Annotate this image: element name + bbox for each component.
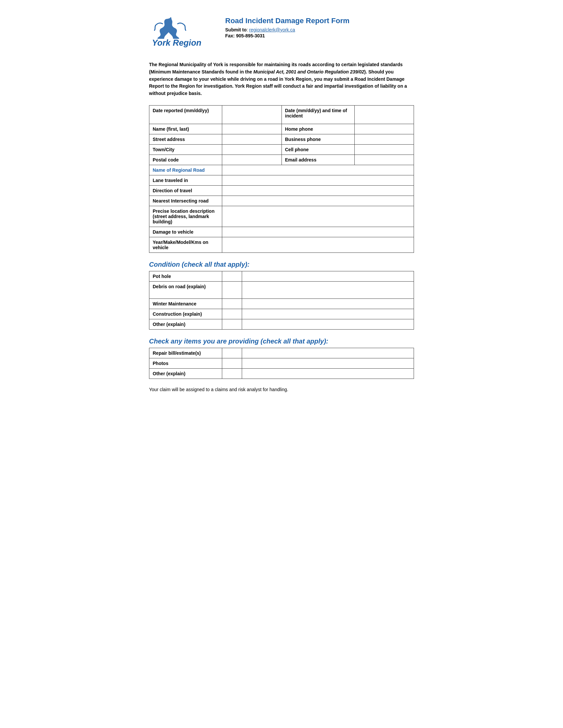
submit-line: Submit to: regionalclerk@york.ca — [225, 27, 414, 32]
header-text: Road Incident Damage Report Form Submit … — [225, 13, 414, 38]
precise-location-row: Precise location description (street add… — [149, 206, 414, 227]
providing-row-photos: Photos — [149, 358, 414, 368]
debris-explain[interactable] — [242, 281, 414, 298]
direction-row: Direction of travel — [149, 185, 414, 196]
lane-traveled-value[interactable] — [222, 175, 414, 185]
providing-other-checkbox[interactable] — [222, 368, 242, 379]
precise-location-label: Precise location description (street add… — [149, 206, 222, 227]
damage-row: Damage to vehicle — [149, 227, 414, 237]
intro-paragraph: The Regional Municipality of York is res… — [149, 61, 414, 97]
pothole-explain[interactable] — [242, 271, 414, 281]
condition-section-title: Condition (check all that apply): — [149, 261, 414, 268]
regional-road-value[interactable] — [222, 165, 414, 175]
svg-text:York Region: York Region — [152, 38, 201, 47]
winter-explain[interactable] — [242, 298, 414, 309]
name-row: Name (first, last) Home phone — [149, 124, 414, 134]
street-address-value[interactable] — [222, 134, 282, 144]
date-reported-label: Date reported (mm/dd/yy) — [149, 105, 222, 124]
cell-phone-label: Cell phone — [282, 144, 354, 155]
email-value[interactable] — [354, 155, 414, 165]
fax-line: Fax: 905-895-3031 — [225, 33, 414, 38]
photos-label: Photos — [149, 358, 222, 368]
nearest-road-value[interactable] — [222, 196, 414, 206]
regional-road-row: Name of Regional Road — [149, 165, 414, 175]
photos-checkbox[interactable] — [222, 358, 242, 368]
vehicle-row: Year/Make/Model/Kms on vehicle — [149, 237, 414, 252]
providing-row-other: Other (explain) — [149, 368, 414, 379]
condition-table: Pot hole Debris on road (explain) Winter… — [149, 271, 414, 330]
condition-row-construction: Construction (explain) — [149, 309, 414, 319]
year-make-label: Year/Make/Model/Kms on vehicle — [149, 237, 222, 252]
page-header: York Region Road Incident Damage Report … — [149, 13, 414, 53]
providing-other-explain[interactable] — [242, 368, 414, 379]
street-address-label: Street address — [149, 134, 222, 144]
precise-location-value[interactable] — [222, 206, 414, 227]
damage-vehicle-label: Damage to vehicle — [149, 227, 222, 237]
construction-explain[interactable] — [242, 309, 414, 319]
providing-section-title: Check any items you are providing (check… — [149, 338, 414, 345]
year-make-value[interactable] — [222, 237, 414, 252]
business-phone-label: Business phone — [282, 134, 354, 144]
street-row: Street address Business phone — [149, 134, 414, 144]
town-row: Town/City Cell phone — [149, 144, 414, 155]
construction-checkbox[interactable] — [222, 309, 242, 319]
date-row: Date reported (mm/dd/yy) Date (mm/dd/yy)… — [149, 105, 414, 124]
postal-row: Postal code Email address — [149, 155, 414, 165]
cell-phone-value[interactable] — [354, 144, 414, 155]
condition-other-explain[interactable] — [242, 319, 414, 329]
name-value[interactable] — [222, 124, 282, 134]
logo-area: York Region — [149, 13, 215, 53]
footer-note: Your claim will be assigned to a claims … — [149, 387, 414, 392]
construction-label: Construction (explain) — [149, 309, 222, 319]
debris-checkbox[interactable] — [222, 281, 242, 298]
home-phone-label: Home phone — [282, 124, 354, 134]
condition-row-winter: Winter Maintenance — [149, 298, 414, 309]
date-incident-value[interactable] — [354, 105, 414, 124]
condition-row-debris: Debris on road (explain) — [149, 281, 414, 298]
condition-other-checkbox[interactable] — [222, 319, 242, 329]
repair-bill-explain[interactable] — [242, 348, 414, 358]
pothole-label: Pot hole — [149, 271, 222, 281]
date-reported-value[interactable] — [222, 105, 282, 124]
home-phone-value[interactable] — [354, 124, 414, 134]
pothole-checkbox[interactable] — [222, 271, 242, 281]
main-form-table: Date reported (mm/dd/yy) Date (mm/dd/yy)… — [149, 105, 414, 253]
providing-table: Repair bill/estimate(s) Photos Other (ex… — [149, 348, 414, 379]
photos-explain[interactable] — [242, 358, 414, 368]
condition-other-label: Other (explain) — [149, 319, 222, 329]
direction-value[interactable] — [222, 185, 414, 196]
town-city-label: Town/City — [149, 144, 222, 155]
nearest-road-label: Nearest Intersecting road — [149, 196, 222, 206]
damage-vehicle-value[interactable] — [222, 227, 414, 237]
regional-road-label: Name of Regional Road — [149, 165, 222, 175]
providing-other-label: Other (explain) — [149, 368, 222, 379]
intro-italic: Municipal Act, 2001 and Ontario Regulati… — [253, 69, 364, 74]
lane-row: Lane traveled in — [149, 175, 414, 185]
business-phone-value[interactable] — [354, 134, 414, 144]
nearest-road-row: Nearest Intersecting road — [149, 196, 414, 206]
postal-code-value[interactable] — [222, 155, 282, 165]
repair-bill-checkbox[interactable] — [222, 348, 242, 358]
date-incident-label: Date (mm/dd/yy) and time of incident — [282, 105, 354, 124]
repair-bill-label: Repair bill/estimate(s) — [149, 348, 222, 358]
lane-traveled-label: Lane traveled in — [149, 175, 222, 185]
winter-label: Winter Maintenance — [149, 298, 222, 309]
postal-code-label: Postal code — [149, 155, 222, 165]
providing-row-repair: Repair bill/estimate(s) — [149, 348, 414, 358]
fax-number: 905-895-3031 — [236, 33, 265, 38]
fax-label: Fax: — [225, 33, 235, 38]
form-title: Road Incident Damage Report Form — [225, 17, 414, 25]
email-label: Email address — [282, 155, 354, 165]
submit-label: Submit to — [225, 27, 247, 32]
condition-row-other: Other (explain) — [149, 319, 414, 329]
debris-label: Debris on road (explain) — [149, 281, 222, 298]
town-city-value[interactable] — [222, 144, 282, 155]
direction-label: Direction of travel — [149, 185, 222, 196]
winter-checkbox[interactable] — [222, 298, 242, 309]
name-label: Name (first, last) — [149, 124, 222, 134]
submit-email[interactable]: regionalclerk@york.ca — [249, 27, 295, 32]
york-region-logo: York Region — [149, 13, 215, 52]
condition-row-pothole: Pot hole — [149, 271, 414, 281]
